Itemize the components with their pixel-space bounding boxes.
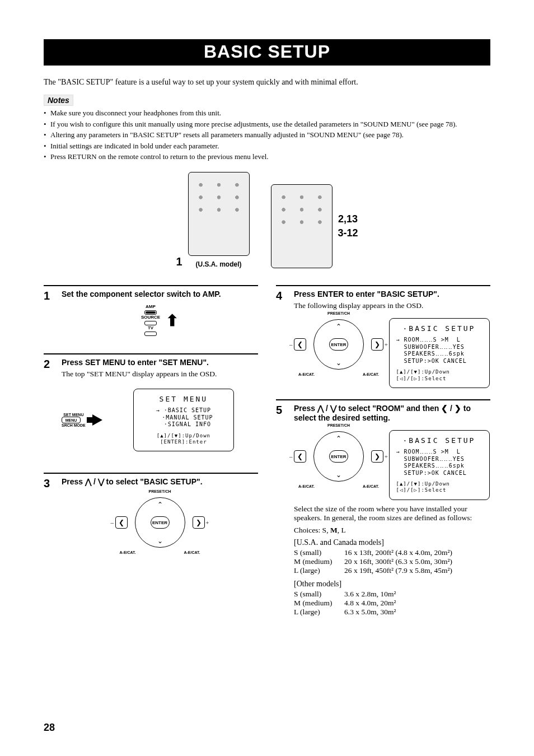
step-4: 4 Press ENTER to enter "BASIC SETUP". Th… (276, 290, 490, 393)
minus-label: – (289, 453, 293, 460)
osd-line: SETUP:>OK CANCEL (396, 470, 483, 477)
navpad-bottom-label: A-E/CAT. (363, 372, 379, 376)
step-title: Set the component selector switch to AMP… (62, 290, 258, 300)
dims-us-table: S (small)16 x 13ft, 200ft² (4.8 x 4.0m, … (294, 548, 490, 575)
osd-title: SET MENU (140, 395, 227, 404)
dim-label: M (medium) (294, 599, 344, 608)
remote-right-callout: 3-12 (338, 227, 358, 239)
dim-label: M (medium) (294, 557, 344, 566)
minus-label: – (289, 341, 293, 348)
remote-left-callout: 1 (176, 255, 182, 268)
note-item: Press RETURN on the remote control to re… (44, 152, 490, 162)
navpad-figure: PRESET/CH ENTER ❮ ❯ – + ⌃ ⌄ A-E/CAT. A-E… (294, 426, 383, 487)
osd-line: SPEAKERS‥‥‥6spk (396, 463, 483, 470)
plus-label: + (385, 341, 388, 348)
navpad-top-label: PRESET/CH (327, 423, 350, 427)
dim-value: 16 x 13ft, 200ft² (4.8 x 4.0m, 20m²) (344, 548, 490, 557)
osd-title: ·BASIC SETUP (396, 436, 483, 445)
osd-basic-setup: ·BASIC SETUP → ROOM‥‥‥S >M L SUBWOOFER‥‥… (389, 430, 490, 500)
osd-line: ·SIGNAL INFO (140, 421, 227, 428)
navpad-bottom-label: A-E/CAT. (120, 550, 136, 554)
osd-line: → ·BASIC SETUP (140, 407, 227, 414)
nav-left-icon: ❮ (115, 516, 128, 529)
step-title: Press ENTER to enter "BASIC SETUP". (294, 290, 490, 300)
dims-us-heading: [U.S.A. and Canada models] (294, 538, 490, 547)
intro-text: The "BASIC SETUP" feature is a useful wa… (44, 78, 490, 87)
osd-hint: [ENTER]:Enter (140, 439, 227, 445)
navpad-top-label: PRESET/CH (148, 489, 171, 493)
dim-label: S (small) (294, 590, 344, 599)
osd-line: → ROOM‥‥‥S >M L (396, 449, 483, 456)
osd-hint: [◁]/[▷]:Select (396, 376, 483, 382)
note-item: Make sure you disconnect your headphones… (44, 108, 490, 118)
remote-usa-icon (188, 172, 250, 256)
chevron-up-icon: ⌃ (336, 435, 341, 443)
switch-tv-icon (144, 332, 157, 336)
navpad-bottom-label: A-E/CAT. (363, 484, 379, 488)
chevron-up-icon: ⌃ (336, 323, 341, 331)
remote-right-callout: 2,13 (338, 213, 358, 225)
chevron-down-icon: ⌄ (157, 537, 163, 545)
dims-other-heading: [Other models] (294, 580, 490, 589)
dim-label: S (small) (294, 548, 344, 557)
page-number: 28 (44, 722, 490, 734)
right-column: 4 Press ENTER to enter "BASIC SETUP". Th… (276, 278, 490, 621)
step-number: 4 (276, 290, 287, 393)
osd-basic-setup: ·BASIC SETUP → ROOM‥‥‥S >M L SUBWOOFER‥‥… (389, 318, 490, 388)
osd-hint: [▲]/[▼]:Up/Down (140, 433, 227, 439)
chevron-down-icon: ⌄ (336, 471, 341, 479)
navpad-figure: PRESET/CH ENTER ❮ ❯ – + ⌃ ⌄ A-E/CAT. A-E… (115, 492, 205, 553)
switch-source-icon (144, 321, 157, 325)
dim-value: 3.6 x 2.8m, 10m² (344, 590, 490, 599)
amp-switch-figure: AMP SOURCE TV ⬆ (62, 305, 258, 336)
nav-left-icon: ❮ (294, 450, 306, 463)
osd-title: ·BASIC SETUP (396, 324, 483, 333)
osd-line: SUBWOOFER‥‥‥YES (396, 456, 483, 463)
nav-right-icon: ❯ (371, 450, 383, 463)
navpad-bottom-label: A-E/CAT. (298, 372, 315, 376)
dim-value: 20 x 16ft, 300ft² (6.3 x 5.0m, 30m²) (344, 557, 490, 566)
chevron-down-icon: ⌄ (336, 359, 341, 367)
arrow-up-icon: ⬆ (166, 311, 179, 330)
step-number: 5 (276, 404, 287, 621)
tv-label: TV (141, 326, 160, 331)
step-number: 1 (44, 290, 55, 347)
setmenu-top-label: SET MENU (62, 413, 86, 417)
step-title: Press SET MENU to enter "SET MENU". (62, 358, 258, 368)
enter-button-icon: ENTER (329, 450, 348, 463)
remote-figure: 1 (U.S.A. model) 2,13 3-12 (44, 172, 490, 268)
osd-setmenu: SET MENU → ·BASIC SETUP ·MANUAL SETUP ·S… (133, 389, 234, 451)
arrow-right-icon (92, 414, 102, 426)
step-title: Press ⋀ / ⋁ to select "ROOM" and then ❮ … (294, 404, 490, 423)
step-2: 2 Press SET MENU to enter "SET MENU". Th… (44, 358, 258, 466)
osd-hint: [▲]/[▼]:Up/Down (396, 369, 483, 375)
step-3: 3 Press ⋀ / ⋁ to select "BASIC SETUP". P… (44, 477, 258, 558)
note-item: Altering any parameters in "BASIC SETUP"… (44, 130, 490, 140)
osd-line: SETUP:>OK CANCEL (396, 358, 483, 365)
step-number: 3 (44, 477, 55, 558)
remote-caption: (U.S.A. model) (188, 260, 250, 268)
dims-other-table: S (small)3.6 x 2.8m, 10m² M (medium)4.8 … (294, 590, 490, 617)
note-item: If you wish to configure this unit manua… (44, 119, 490, 129)
step-5: 5 Press ⋀ / ⋁ to select "ROOM" and then … (276, 404, 490, 621)
osd-hint: [◁]/[▷]:Select (396, 487, 483, 493)
step-subtitle: The top "SET MENU" display appears in th… (62, 370, 258, 379)
navpad-figure: PRESET/CH ENTER ❮ ❯ – + ⌃ ⌄ A-E/CAT. A-E… (294, 314, 383, 375)
left-column: 1 Set the component selector switch to A… (44, 278, 258, 621)
step-subtitle: Select the size of the room where you ha… (294, 505, 490, 522)
dim-value: 26 x 19ft, 450ft² (7.9 x 5.8m, 45m²) (344, 566, 490, 575)
osd-line: → ROOM‥‥‥S >M L (396, 337, 483, 344)
menu-button-icon: MENU (62, 417, 81, 423)
enter-button-icon: ENTER (329, 338, 348, 351)
nav-right-icon: ❯ (193, 516, 205, 529)
navpad-bottom-label: A-E/CAT. (298, 484, 315, 488)
navpad-bottom-label: A-E/CAT. (184, 550, 200, 554)
osd-line: SUBWOOFER‥‥‥YES (396, 344, 483, 351)
notes-list: Make sure you disconnect your headphones… (44, 108, 490, 162)
switch-amp-icon (144, 310, 157, 315)
navpad-top-label: PRESET/CH (327, 311, 350, 315)
setmenu-bottom-label: SRCH MODE (62, 423, 86, 427)
step-number: 2 (44, 358, 55, 466)
osd-line: SPEAKERS‥‥‥6spk (396, 351, 483, 358)
setmenu-figure: SET MENU MENU SRCH MODE SET MENU → ·BASI… (62, 384, 258, 456)
